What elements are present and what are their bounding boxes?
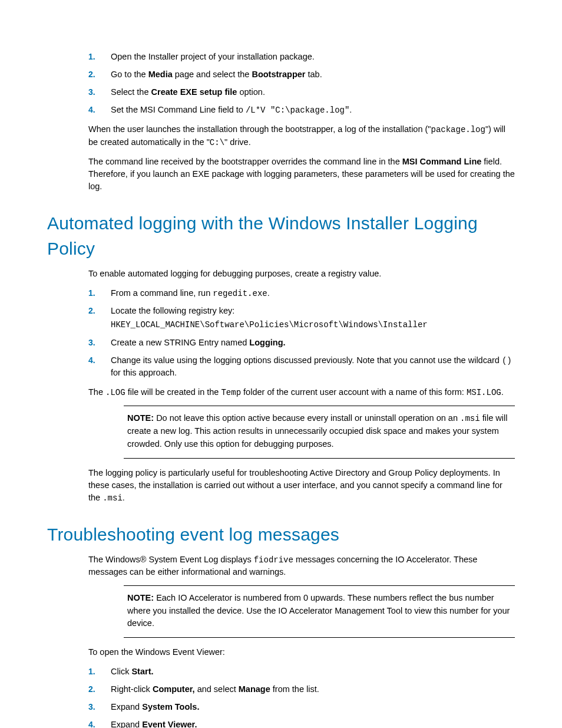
intro-block: 1. Open the Installer project of your in… [88, 51, 515, 193]
list-text: Expand System Tools. [111, 702, 199, 711]
list-item: 3. Create a new STRING Entry named Loggi… [88, 337, 515, 349]
paragraph: The logging policy is particularly usefu… [88, 467, 515, 504]
list-installer-steps: 1. Open the Installer project of your in… [88, 51, 515, 116]
list-text: Right-click Computer, and select Manage … [111, 684, 319, 694]
paragraph: To enable automated logging for debuggin… [88, 268, 515, 280]
list-event-viewer-steps: 1. Click Start. 2. Right-click Computer,… [88, 666, 515, 728]
paragraph: The .LOG file will be created in the Tem… [88, 386, 515, 398]
note-box: NOTE: Do not leave this option active be… [124, 406, 515, 459]
list-text: Go to the Media page and select the Boot… [111, 70, 322, 79]
note-box: NOTE: Each IO Accelerator is numbered fr… [124, 585, 515, 638]
list-item: 3. Select the Create EXE setup file opti… [88, 86, 515, 98]
list-registry-steps: 1. From a command line, run regedit.exe.… [88, 287, 515, 379]
list-text: Expand Event Viewer. [111, 720, 197, 728]
list-text: From a command line, run regedit.exe. [111, 288, 270, 298]
list-item: 4. Expand Event Viewer. [88, 719, 515, 728]
paragraph: To open the Windows Event Viewer: [88, 646, 515, 658]
note-label: NOTE: [127, 413, 154, 423]
list-item: 2. Right-click Computer, and select Mana… [88, 683, 515, 696]
list-item: 4. Set the MSI Command Line field to /L*… [88, 104, 515, 116]
list-item: 1. From a command line, run regedit.exe. [88, 287, 515, 299]
list-text: Create a new STRING Entry named Logging. [111, 338, 286, 347]
list-text: Locate the following registry key: [111, 306, 234, 315]
page: 1. Open the Installer project of your in… [0, 0, 562, 728]
paragraph: When the user launches the installation … [88, 123, 515, 149]
list-item: 2. Locate the following registry key: HK… [88, 305, 515, 331]
list-item: 1. Open the Installer project of your in… [88, 51, 515, 63]
paragraph: The command line received by the bootstr… [88, 156, 515, 193]
trouble-block: The Windows® System Event Log displays f… [88, 554, 515, 728]
list-item: 4. Change its value using the logging op… [88, 354, 515, 379]
autolog-block: To enable automated logging for debuggin… [88, 268, 515, 504]
registry-key: HKEY_LOCAL_MACHINE\Software\Policies\Mic… [111, 320, 428, 330]
paragraph: The Windows® System Event Log displays f… [88, 554, 515, 578]
list-item: 2. Go to the Media page and select the B… [88, 68, 515, 81]
list-item: 3. Expand System Tools. [88, 701, 515, 713]
list-text: Open the Installer project of your insta… [111, 52, 315, 61]
heading-troubleshooting: Troubleshooting event log messages [47, 522, 515, 548]
note-label: NOTE: [127, 593, 154, 602]
list-text: Change its value using the logging optio… [111, 355, 512, 377]
list-text: Select the Create EXE setup file option. [111, 87, 265, 97]
list-text: Set the MSI Command Line field to /L*V "… [111, 105, 352, 114]
list-item: 1. Click Start. [88, 666, 515, 678]
heading-automated-logging: Automated logging with the Windows Insta… [47, 210, 515, 262]
list-text: Click Start. [111, 667, 154, 676]
